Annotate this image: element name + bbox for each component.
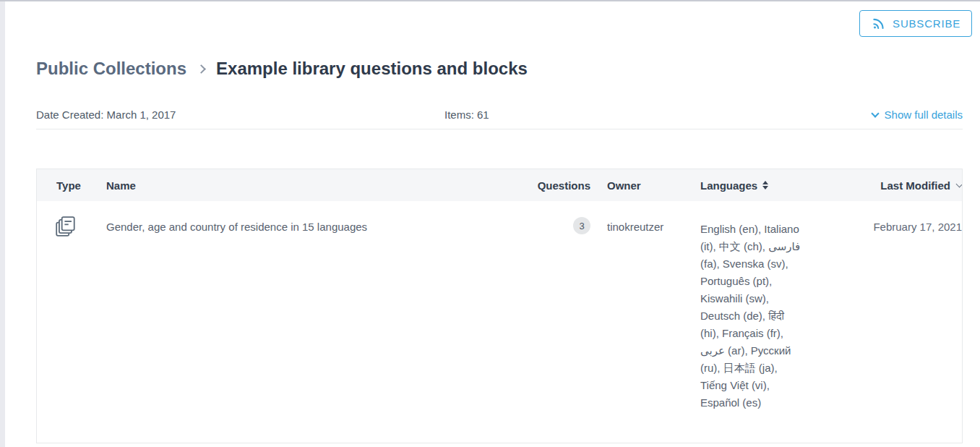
column-header-owner: Owner xyxy=(590,179,684,192)
breadcrumb-public-collections-link[interactable]: Public Collections xyxy=(36,58,186,80)
table-row[interactable]: Gender, age and country of residence in … xyxy=(37,201,962,412)
chevron-down-icon xyxy=(956,181,963,188)
item-name-link[interactable]: Gender, age and country of residence in … xyxy=(106,221,367,233)
column-header-type: Type xyxy=(37,179,106,192)
collection-meta-row: Date Created: March 1, 2017 Items: 61 Sh… xyxy=(36,108,963,129)
page-title: Example library questions and blocks xyxy=(216,58,528,80)
table-header-row: Type Name Questions Owner Languages Last… xyxy=(37,169,962,201)
page-left-scroll-strip xyxy=(0,1,5,447)
rss-icon xyxy=(871,16,886,31)
show-full-details-label: Show full details xyxy=(885,108,963,121)
collection-items-table: Type Name Questions Owner Languages Last… xyxy=(36,169,963,443)
breadcrumb: Public Collections Example library quest… xyxy=(36,58,963,80)
date-created-text: Date Created: March 1, 2017 xyxy=(36,108,176,121)
column-header-name: Name xyxy=(106,179,511,192)
chevron-down-icon xyxy=(871,109,879,117)
column-header-languages-label: Languages xyxy=(700,179,757,192)
subscribe-button[interactable]: SUBSCRIBE xyxy=(859,10,972,37)
row-last-modified-cell: February 17, 2021 xyxy=(854,201,962,412)
subscribe-label: SUBSCRIBE xyxy=(893,17,960,30)
row-owner-cell: tinokreutzer xyxy=(590,201,684,412)
row-languages-cell: English (en), Italiano (it), 中文 (ch), فا… xyxy=(684,201,854,412)
breadcrumb-separator-icon xyxy=(197,64,206,74)
sort-arrows-icon xyxy=(762,181,768,190)
column-header-questions: Questions xyxy=(511,179,590,192)
show-full-details-link[interactable]: Show full details xyxy=(872,108,963,121)
stacked-documents-icon xyxy=(54,215,77,238)
column-header-languages[interactable]: Languages xyxy=(684,179,854,192)
questions-count-badge: 3 xyxy=(573,217,590,234)
column-header-last-modified-label: Last Modified xyxy=(880,179,950,192)
row-type-cell xyxy=(37,201,106,412)
column-header-last-modified[interactable]: Last Modified xyxy=(854,179,962,192)
row-questions-cell: 3 xyxy=(511,201,590,412)
items-count-text: Items: 61 xyxy=(444,108,489,121)
row-name-cell: Gender, age and country of residence in … xyxy=(106,201,511,412)
languages-list-text: English (en), Italiano (it), 中文 (ch), فا… xyxy=(700,221,802,412)
